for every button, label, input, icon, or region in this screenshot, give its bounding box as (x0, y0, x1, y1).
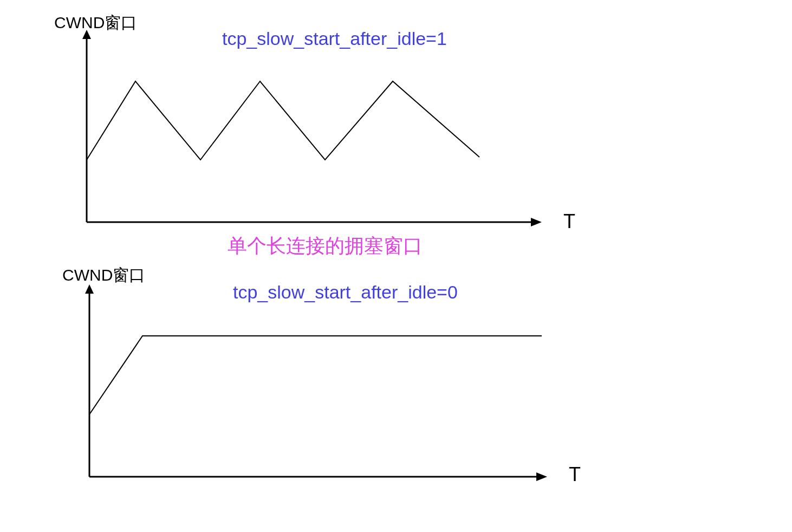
bottom-y-axis-arrow-icon (85, 284, 94, 294)
bottom-chart-svg (79, 282, 566, 488)
center-title: 单个长连接的拥塞窗口 (228, 233, 423, 259)
bottom-data-line (89, 336, 542, 414)
top-data-line (87, 81, 479, 160)
top-x-axis-arrow-icon (531, 218, 542, 226)
top-chart-svg (70, 27, 558, 233)
bottom-x-axis-arrow-icon (536, 472, 547, 481)
bottom-x-axis-label: T (569, 463, 581, 486)
top-x-axis-label: T (563, 210, 575, 233)
top-y-axis-arrow-icon (82, 30, 91, 39)
